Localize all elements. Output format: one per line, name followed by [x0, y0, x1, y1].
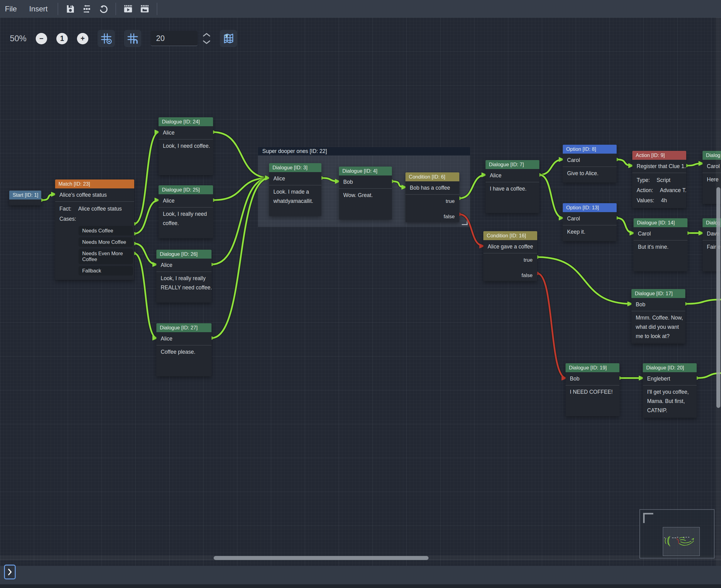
minimap-graph-preview	[640, 510, 714, 558]
node-dialogue-20[interactable]: Dialogue [ID: 20]EnglebertI'll get you c…	[643, 363, 697, 418]
field-value: Advance T...	[660, 187, 686, 194]
node-dialogue-19[interactable]: Dialogue [ID: 19]BobI NEED COFFEE!	[566, 363, 619, 416]
field-key: Fact:	[59, 206, 71, 212]
vertical-scrollbar-thumb[interactable]	[716, 187, 720, 408]
text-line: whatdyamacallit.	[269, 197, 321, 206]
node-dialogue-7[interactable]: Dialogue [ID: 7]AliceI have a coffee.	[486, 160, 539, 213]
save-icon[interactable]	[63, 2, 77, 16]
speaker-row: Bob	[566, 372, 619, 385]
minimap-toggle-icon[interactable]	[220, 30, 237, 47]
node-title: Dialogue [ID: 3]	[269, 163, 321, 172]
text-line: I have a coffee.	[486, 184, 539, 194]
node-title: Dialogue [ID: 25]	[158, 185, 213, 194]
output-label-false: false	[405, 214, 459, 220]
field-row: Values:4h	[632, 195, 686, 206]
node-title: Dialogue [ID: 26]	[156, 250, 212, 258]
vertical-scrollbar[interactable]	[716, 18, 721, 566]
grid-visibility-icon[interactable]	[98, 30, 115, 47]
snap-distance-spinner[interactable]: 20	[151, 31, 211, 46]
connection-wires	[0, 18, 721, 566]
speaker-row: Bob	[339, 175, 392, 189]
window-bottom-edge	[0, 584, 721, 588]
node-title: Action [ID: 9]	[632, 151, 686, 160]
node-match-23[interactable]: Match [ID: 23]Alice's coffee statusFact:…	[55, 180, 134, 280]
text-line: Mmm. Coffee. Now,	[631, 313, 685, 323]
group-resize-handle[interactable]	[462, 219, 468, 225]
case-chip[interactable]: Needs Even More Coffee	[79, 249, 133, 264]
text-line: Wow. Great.	[339, 191, 392, 200]
node-title: Dialogue [ID: 20]	[643, 363, 697, 372]
node-dialogue-4[interactable]: Dialogue [ID: 4]BobWow. Great.	[339, 167, 392, 219]
speaker-row: Register that Clue 1...	[632, 160, 686, 173]
output-label-false: false	[483, 272, 537, 279]
node-body: BobI NEED COFFEE!	[566, 372, 619, 399]
horizontal-scrollbar-thumb[interactable]	[214, 556, 428, 560]
speaker-row: Carol	[563, 212, 617, 225]
text-line: I NEED COFFEE!	[566, 387, 619, 397]
snap-distance-value[interactable]: 20	[151, 31, 198, 46]
field-key: Action:	[637, 187, 653, 194]
node-option-8[interactable]: Option [ID: 8]CarolGive to Alice.	[563, 145, 617, 183]
menu-insert[interactable]: Insert	[24, 3, 52, 15]
speaker-row: Alice	[269, 172, 321, 185]
field-key: Type:	[637, 177, 650, 184]
menubar: File Insert	[0, 0, 721, 18]
speaker-row: Carol	[563, 154, 617, 167]
node-dialogue-25[interactable]: Dialogue [ID: 25]AliceLook, I really nee…	[158, 185, 213, 238]
zoom-out-button[interactable]: −	[36, 33, 47, 44]
open-dialogue-icon[interactable]	[137, 2, 152, 16]
arrange-icon[interactable]	[80, 2, 94, 16]
case-chip[interactable]: Fallback	[79, 266, 133, 275]
speaker-row: Alice's coffee status	[55, 188, 134, 202]
grid-snap-icon[interactable]	[124, 30, 141, 47]
speaker-row: Alice	[486, 169, 539, 182]
graph-world: Super dooper ones [ID: 22] Start [ID: 1]…	[0, 18, 721, 566]
field-row: Action:Advance T...	[632, 185, 686, 195]
node-body: AliceLook, I need coffee.	[158, 126, 213, 153]
node-start-1[interactable]: Start [ID: 1]	[9, 191, 41, 205]
field-row: Fact:Alice coffee status	[55, 204, 134, 214]
menubar-separator	[115, 3, 116, 15]
node-dialogue-14[interactable]: Dialogue [ID: 14]CarolBut it's mine.	[634, 218, 687, 271]
node-condition-6[interactable]: Condition [ID: 6]Bob has a coffeetruefal…	[405, 172, 459, 222]
speaker-row: Bob	[631, 298, 685, 311]
node-body: BobMmm. Coffee. Now,what did you wantme …	[631, 298, 685, 343]
node-dialogue-3[interactable]: Dialogue [ID: 3]AliceLook. I made awhatd…	[269, 163, 321, 216]
case-chip[interactable]: Needs More Coffee	[79, 237, 133, 247]
node-title: Dialogue [ID: 14]	[634, 218, 687, 227]
node-condition-16[interactable]: Condition [ID: 16]Alice gave a coffeetru…	[483, 231, 537, 281]
text-line: Give to Alice.	[563, 169, 617, 178]
node-option-13[interactable]: Option [ID: 13]CarolKeep it.	[563, 203, 617, 241]
field-value: Script	[657, 177, 671, 184]
graph-canvas[interactable]: Super dooper ones [ID: 22] Start [ID: 1]…	[0, 18, 721, 566]
node-body: BobWow. Great.	[339, 175, 392, 203]
zoom-reset-button[interactable]: 1	[56, 33, 68, 44]
horizontal-scrollbar[interactable]	[0, 555, 721, 561]
field-row: Type:Script	[632, 175, 686, 185]
field-label: Cases:	[55, 214, 134, 224]
text-line: Coffee please.	[156, 348, 212, 357]
menu-file[interactable]: File	[0, 3, 22, 15]
expand-panel-button[interactable]	[4, 565, 16, 580]
play-dialogue-icon[interactable]	[121, 2, 135, 16]
node-body: AliceCoffee please.	[156, 332, 212, 359]
case-chip[interactable]: Needs Coffee	[79, 226, 133, 235]
spinner-up-icon[interactable]	[203, 33, 211, 37]
node-dialogue-24[interactable]: Dialogue [ID: 24]AliceLook, I need coffe…	[158, 117, 213, 175]
node-title: Dialogue [ID: 19]	[566, 363, 619, 372]
node-body	[9, 200, 41, 202]
node-dialogue-26[interactable]: Dialogue [ID: 26]AliceLook, I really rea…	[156, 250, 212, 302]
node-dialogue-27[interactable]: Dialogue [ID: 27]AliceCoffee please.	[156, 323, 212, 376]
node-body: Alice gave a coffeetruefalse	[483, 240, 537, 281]
zoom-in-button[interactable]: +	[77, 33, 88, 44]
text-line: what did you want	[631, 323, 685, 332]
node-action-9[interactable]: Action [ID: 9]Register that Clue 1...Typ…	[632, 151, 686, 208]
node-title: Condition [ID: 6]	[405, 172, 459, 181]
spinner-down-icon[interactable]	[203, 40, 211, 44]
minimap[interactable]	[639, 509, 715, 559]
text-line: I'll get you coffee,	[643, 387, 697, 397]
node-dialogue-17[interactable]: Dialogue [ID: 17]BobMmm. Coffee. Now,wha…	[631, 289, 685, 343]
undo-icon[interactable]	[97, 2, 110, 16]
node-title: Dialogue [ID: 17]	[631, 289, 685, 298]
speaker-row: Alice	[158, 126, 213, 140]
